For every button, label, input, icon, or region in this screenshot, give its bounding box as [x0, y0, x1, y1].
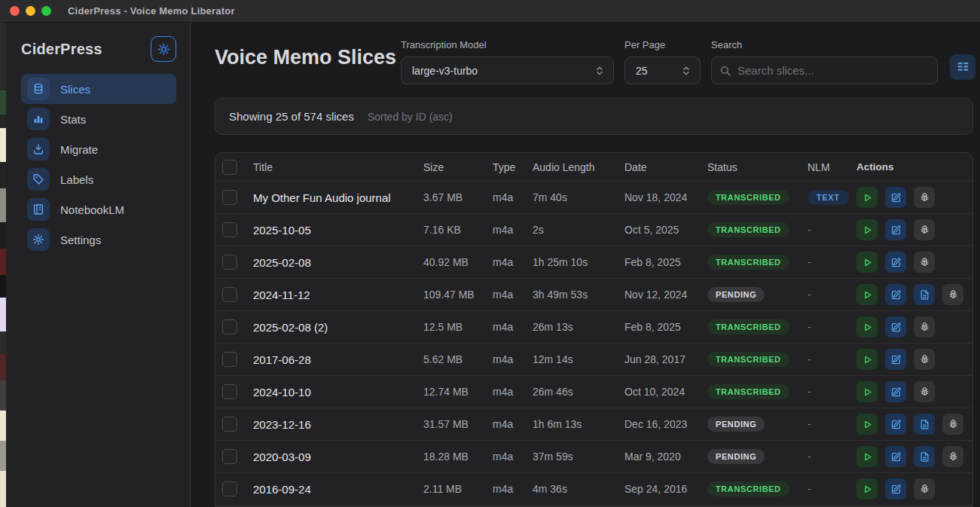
slice-audio-length: 2s	[533, 224, 624, 236]
slice-title: 2023-12-16	[253, 418, 423, 431]
minimize-window-button[interactable]	[26, 6, 35, 16]
sidebar-item-label: Slices	[60, 83, 90, 96]
bug-icon	[919, 386, 930, 398]
sun-icon	[157, 43, 170, 56]
slice-date: Sep 24, 2016	[624, 483, 707, 495]
close-window-button[interactable]	[10, 6, 20, 16]
slice-type: m4a	[493, 256, 533, 268]
nlm-empty: -	[808, 256, 811, 268]
table-row: My Other Fun Audio journal3.67 MBm4a7m 4…	[215, 182, 972, 214]
slice-title: 2020-03-09	[253, 450, 423, 463]
bug-button[interactable]	[914, 316, 935, 337]
bug-button[interactable]	[914, 349, 935, 370]
play-button[interactable]	[856, 349, 878, 370]
play-button[interactable]	[856, 187, 878, 208]
row-checkbox[interactable]	[222, 384, 237, 399]
slice-type: m4a	[493, 289, 533, 301]
status-badge: TRANSCRIBED	[707, 255, 789, 270]
edit-button[interactable]	[885, 381, 906, 402]
row-checkbox[interactable]	[222, 352, 237, 367]
play-button[interactable]	[856, 316, 878, 337]
sidebar-item-settings[interactable]: Settings	[21, 224, 176, 255]
edit-button[interactable]	[885, 414, 906, 435]
bug-icon	[948, 289, 959, 301]
zoom-window-button[interactable]	[41, 6, 51, 16]
sidebar-item-slices[interactable]: Slices	[21, 74, 176, 104]
status-badge: PENDING	[707, 449, 765, 464]
transcript-icon	[919, 451, 930, 463]
bug-button[interactable]	[942, 414, 963, 435]
play-button[interactable]	[856, 381, 878, 402]
transcription-model-select[interactable]: large-v3-turbo	[401, 57, 614, 84]
bug-button[interactable]	[914, 381, 935, 402]
play-button[interactable]	[856, 478, 878, 499]
play-button[interactable]	[856, 252, 878, 273]
bug-button[interactable]	[914, 478, 935, 499]
play-button[interactable]	[856, 284, 878, 305]
edit-button[interactable]	[885, 478, 906, 499]
play-button[interactable]	[856, 446, 878, 467]
transcription-model-value: large-v3-turbo	[412, 65, 478, 77]
sidebar-item-stats[interactable]: Stats	[21, 104, 176, 134]
bug-button[interactable]	[914, 187, 935, 208]
slice-type: m4a	[493, 418, 533, 430]
bug-button[interactable]	[914, 252, 935, 273]
edit-button[interactable]	[885, 252, 906, 273]
row-checkbox[interactable]	[222, 449, 237, 464]
row-checkbox[interactable]	[222, 417, 237, 432]
sidebar-item-notebooklm[interactable]: NotebookLM	[21, 194, 176, 224]
play-button[interactable]	[856, 414, 878, 435]
theme-toggle-button[interactable]	[151, 36, 176, 62]
row-checkbox[interactable]	[222, 255, 237, 270]
slice-date: Feb 8, 2025	[624, 256, 707, 268]
row-checkbox[interactable]	[222, 287, 237, 302]
search-icon	[719, 65, 731, 77]
edit-button[interactable]	[885, 446, 906, 467]
slice-date: Nov 18, 2024	[624, 191, 707, 203]
play-icon	[862, 354, 873, 365]
bug-icon	[919, 322, 930, 333]
table-row: 2025-02-0840.92 MBm4a1h 25m 10sFeb 8, 20…	[215, 246, 972, 279]
transcription-model-label: Transcription Model	[401, 39, 614, 50]
sidebar-item-label: Settings	[60, 234, 101, 246]
edit-button[interactable]	[885, 284, 906, 305]
column-header-status: Status	[707, 161, 808, 173]
slices-table: Title Size Type Audio Length Date Status…	[215, 152, 973, 507]
slice-size: 7.16 KB	[423, 224, 493, 236]
slice-audio-length: 37m 59s	[533, 450, 624, 463]
search-input[interactable]	[737, 64, 930, 77]
slice-type: m4a	[493, 483, 533, 495]
edit-button[interactable]	[885, 349, 906, 370]
transcript-button[interactable]	[914, 446, 935, 467]
row-checkbox[interactable]	[222, 319, 237, 334]
gear-icon	[27, 228, 50, 251]
sidebar-item-labels[interactable]: Labels	[21, 164, 176, 194]
play-button[interactable]	[856, 219, 878, 240]
slice-size: 3.67 MB	[423, 191, 493, 203]
row-checkbox[interactable]	[222, 481, 237, 496]
play-icon	[862, 419, 873, 430]
sidebar-item-label: Stats	[60, 113, 86, 126]
edit-button[interactable]	[885, 187, 906, 208]
transcript-button[interactable]	[914, 284, 935, 305]
slice-title: 2025-02-08 (2)	[253, 321, 423, 334]
table-view-toggle-button[interactable]	[950, 54, 975, 80]
bug-button[interactable]	[942, 284, 963, 305]
slice-size: 2.11 MB	[423, 483, 493, 495]
bug-button[interactable]	[942, 446, 963, 467]
row-checkbox[interactable]	[222, 222, 237, 237]
row-checkbox[interactable]	[222, 190, 237, 205]
traffic-lights	[10, 6, 51, 16]
bug-button[interactable]	[914, 219, 935, 240]
edit-button[interactable]	[885, 316, 906, 337]
column-header-audio-length: Audio Length	[533, 161, 624, 173]
select-all-checkbox[interactable]	[222, 160, 237, 175]
slice-date: Oct 5, 2025	[624, 224, 707, 236]
table-rows-icon	[957, 61, 969, 73]
sidebar-item-migrate[interactable]: Migrate	[21, 134, 176, 164]
per-page-select[interactable]: 25	[624, 57, 701, 84]
transcript-button[interactable]	[914, 414, 935, 435]
slice-size: 18.28 MB	[423, 450, 493, 463]
status-badge: TRANSCRIBED	[707, 222, 789, 237]
edit-button[interactable]	[885, 219, 906, 240]
